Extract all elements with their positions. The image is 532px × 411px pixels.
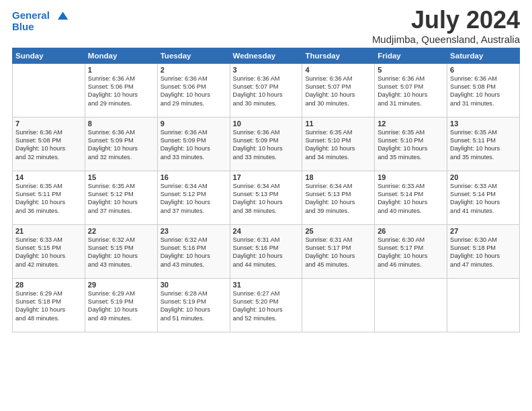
- day-number: 16: [161, 173, 227, 181]
- day-number: 11: [305, 120, 371, 128]
- day-number: 26: [378, 227, 444, 235]
- cell-info: Sunrise: 6:35 AM Sunset: 5:11 PM Dayligh…: [450, 128, 517, 162]
- day-number: 6: [450, 66, 517, 74]
- cell-info: Sunrise: 6:36 AM Sunset: 5:07 PM Dayligh…: [378, 75, 444, 108]
- day-number: 1: [88, 66, 154, 74]
- header-saturday: Saturday: [447, 48, 520, 63]
- cell-3-3: 24Sunrise: 6:31 AM Sunset: 5:16 PM Dayli…: [230, 224, 302, 278]
- svg-marker-0: [58, 12, 68, 20]
- day-number: 23: [161, 227, 227, 235]
- cell-3-4: 25Sunrise: 6:31 AM Sunset: 5:17 PM Dayli…: [302, 224, 375, 278]
- cell-info: Sunrise: 6:30 AM Sunset: 5:17 PM Dayligh…: [378, 236, 444, 269]
- cell-4-6: [447, 278, 520, 332]
- cell-3-1: 22Sunrise: 6:32 AM Sunset: 5:15 PM Dayli…: [85, 224, 157, 278]
- cell-2-3: 17Sunrise: 6:34 AM Sunset: 5:13 PM Dayli…: [230, 171, 302, 224]
- day-number: 28: [15, 281, 82, 289]
- cell-info: Sunrise: 6:28 AM Sunset: 5:19 PM Dayligh…: [161, 289, 227, 323]
- cell-info: Sunrise: 6:36 AM Sunset: 5:09 PM Dayligh…: [88, 128, 154, 162]
- day-number: 8: [88, 120, 154, 128]
- cell-1-3: 10Sunrise: 6:36 AM Sunset: 5:09 PM Dayli…: [230, 117, 302, 171]
- cell-0-6: 6Sunrise: 6:36 AM Sunset: 5:08 PM Daylig…: [447, 63, 520, 117]
- day-number: 30: [161, 281, 227, 289]
- cell-3-5: 26Sunrise: 6:30 AM Sunset: 5:17 PM Dayli…: [375, 224, 447, 278]
- cell-0-5: 5Sunrise: 6:36 AM Sunset: 5:07 PM Daylig…: [375, 63, 447, 117]
- cell-info: Sunrise: 6:29 AM Sunset: 5:19 PM Dayligh…: [88, 289, 154, 323]
- cell-3-6: 27Sunrise: 6:30 AM Sunset: 5:18 PM Dayli…: [447, 224, 520, 278]
- day-number: 7: [15, 120, 82, 128]
- week-row-3: 21Sunrise: 6:33 AM Sunset: 5:15 PM Dayli…: [13, 224, 520, 278]
- week-row-2: 14Sunrise: 6:35 AM Sunset: 5:11 PM Dayli…: [13, 171, 520, 224]
- cell-4-5: [375, 278, 447, 332]
- cell-info: Sunrise: 6:36 AM Sunset: 5:07 PM Dayligh…: [233, 75, 300, 108]
- cell-info: Sunrise: 6:33 AM Sunset: 5:15 PM Dayligh…: [15, 236, 82, 269]
- cell-4-1: 29Sunrise: 6:29 AM Sunset: 5:19 PM Dayli…: [85, 278, 157, 332]
- day-number: 27: [450, 227, 517, 235]
- day-number: 4: [305, 66, 371, 74]
- day-number: 19: [378, 173, 444, 181]
- week-row-0: 1Sunrise: 6:36 AM Sunset: 5:06 PM Daylig…: [13, 63, 520, 117]
- cell-4-4: [302, 278, 375, 332]
- cell-1-6: 13Sunrise: 6:35 AM Sunset: 5:11 PM Dayli…: [447, 117, 520, 171]
- cell-info: Sunrise: 6:32 AM Sunset: 5:16 PM Dayligh…: [161, 236, 227, 269]
- day-number: 17: [233, 173, 300, 181]
- cell-info: Sunrise: 6:36 AM Sunset: 5:06 PM Dayligh…: [161, 75, 227, 108]
- cell-info: Sunrise: 6:33 AM Sunset: 5:14 PM Dayligh…: [378, 182, 444, 216]
- day-number: 9: [161, 120, 227, 128]
- cell-0-4: 4Sunrise: 6:36 AM Sunset: 5:07 PM Daylig…: [302, 63, 375, 117]
- cell-info: Sunrise: 6:36 AM Sunset: 5:09 PM Dayligh…: [233, 128, 300, 162]
- day-number: 29: [88, 281, 154, 289]
- header-row: SundayMondayTuesdayWednesdayThursdayFrid…: [13, 48, 520, 63]
- day-number: 3: [233, 66, 300, 74]
- cell-info: Sunrise: 6:36 AM Sunset: 5:09 PM Dayligh…: [161, 128, 227, 162]
- cell-info: Sunrise: 6:35 AM Sunset: 5:10 PM Dayligh…: [378, 128, 444, 162]
- location-subtitle: Mudjimba, Queensland, Australia: [372, 34, 520, 45]
- cell-info: Sunrise: 6:35 AM Sunset: 5:10 PM Dayligh…: [305, 128, 371, 162]
- cell-4-3: 31Sunrise: 6:27 AM Sunset: 5:20 PM Dayli…: [230, 278, 302, 332]
- day-number: 22: [88, 227, 154, 235]
- day-number: 31: [233, 281, 300, 289]
- cell-2-5: 19Sunrise: 6:33 AM Sunset: 5:14 PM Dayli…: [375, 171, 447, 224]
- day-number: 5: [378, 66, 444, 74]
- cell-info: Sunrise: 6:35 AM Sunset: 5:11 PM Dayligh…: [15, 182, 82, 216]
- cell-info: Sunrise: 6:34 AM Sunset: 5:13 PM Dayligh…: [233, 182, 300, 216]
- day-number: 2: [161, 66, 227, 74]
- cell-0-3: 3Sunrise: 6:36 AM Sunset: 5:07 PM Daylig…: [230, 63, 302, 117]
- day-number: 21: [15, 227, 82, 235]
- cell-4-0: 28Sunrise: 6:29 AM Sunset: 5:18 PM Dayli…: [13, 278, 85, 332]
- cell-0-2: 2Sunrise: 6:36 AM Sunset: 5:06 PM Daylig…: [157, 63, 230, 117]
- cell-2-0: 14Sunrise: 6:35 AM Sunset: 5:11 PM Dayli…: [13, 171, 85, 224]
- header-sunday: Sunday: [13, 48, 85, 63]
- cell-1-1: 8Sunrise: 6:36 AM Sunset: 5:09 PM Daylig…: [85, 117, 157, 171]
- week-row-4: 28Sunrise: 6:29 AM Sunset: 5:18 PM Dayli…: [13, 278, 520, 332]
- day-number: 20: [450, 173, 517, 181]
- week-row-1: 7Sunrise: 6:36 AM Sunset: 5:08 PM Daylig…: [13, 117, 520, 171]
- cell-info: Sunrise: 6:36 AM Sunset: 5:08 PM Dayligh…: [450, 75, 517, 108]
- cell-info: Sunrise: 6:31 AM Sunset: 5:17 PM Dayligh…: [305, 236, 371, 269]
- cell-info: Sunrise: 6:36 AM Sunset: 5:08 PM Dayligh…: [15, 128, 82, 162]
- header-monday: Monday: [85, 48, 157, 63]
- day-number: 13: [450, 120, 517, 128]
- cell-4-2: 30Sunrise: 6:28 AM Sunset: 5:19 PM Dayli…: [157, 278, 230, 332]
- cell-info: Sunrise: 6:30 AM Sunset: 5:18 PM Dayligh…: [450, 236, 517, 269]
- cell-info: Sunrise: 6:36 AM Sunset: 5:07 PM Dayligh…: [305, 75, 371, 108]
- header-wednesday: Wednesday: [230, 48, 302, 63]
- calendar-table: SundayMondayTuesdayWednesdayThursdayFrid…: [12, 48, 520, 332]
- cell-0-1: 1Sunrise: 6:36 AM Sunset: 5:06 PM Daylig…: [85, 63, 157, 117]
- day-number: 24: [233, 227, 300, 235]
- cell-2-2: 16Sunrise: 6:34 AM Sunset: 5:12 PM Dayli…: [157, 171, 230, 224]
- cell-1-2: 9Sunrise: 6:36 AM Sunset: 5:09 PM Daylig…: [157, 117, 230, 171]
- cell-info: Sunrise: 6:34 AM Sunset: 5:12 PM Dayligh…: [161, 182, 227, 216]
- title-block: July 2024 Mudjimba, Queensland, Australi…: [372, 7, 520, 45]
- cell-0-0: [13, 63, 85, 117]
- day-number: 15: [88, 173, 154, 181]
- cell-info: Sunrise: 6:32 AM Sunset: 5:15 PM Dayligh…: [88, 236, 154, 269]
- cell-2-1: 15Sunrise: 6:35 AM Sunset: 5:12 PM Dayli…: [85, 171, 157, 224]
- cell-2-4: 18Sunrise: 6:34 AM Sunset: 5:13 PM Dayli…: [302, 171, 375, 224]
- day-number: 18: [305, 173, 371, 181]
- header-thursday: Thursday: [302, 48, 375, 63]
- header-tuesday: Tuesday: [157, 48, 230, 63]
- day-number: 25: [305, 227, 371, 235]
- month-title: July 2024: [372, 7, 520, 34]
- header-friday: Friday: [375, 48, 447, 63]
- cell-info: Sunrise: 6:36 AM Sunset: 5:06 PM Dayligh…: [88, 75, 154, 108]
